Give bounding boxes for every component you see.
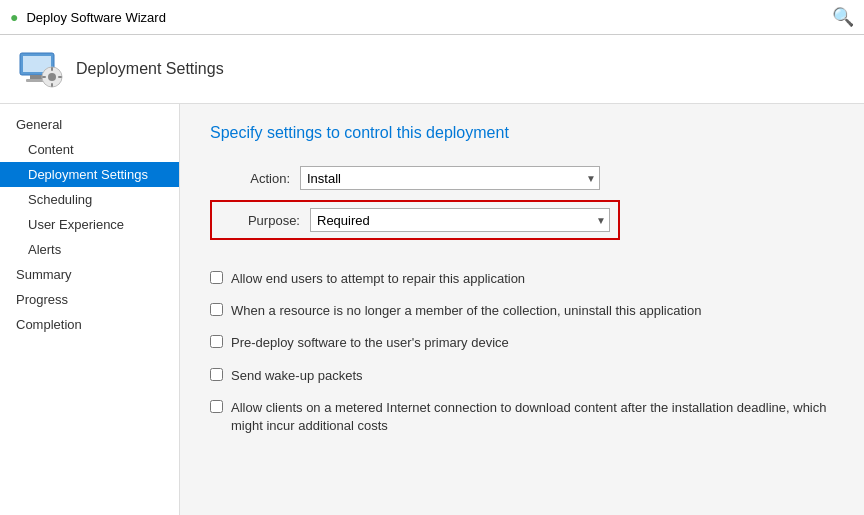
svg-point-5 [48, 73, 56, 81]
purpose-select[interactable]: Required Available [310, 208, 610, 232]
content-title: Specify settings to control this deploym… [210, 124, 834, 142]
checkbox-label-repair: Allow end users to attempt to repair thi… [231, 270, 525, 288]
title-bar-text: Deploy Software Wizard [26, 10, 165, 25]
sidebar-item-user-experience[interactable]: User Experience [0, 212, 179, 237]
purpose-label: Purpose: [220, 213, 310, 228]
checkbox-metered[interactable] [210, 400, 223, 413]
purpose-select-wrapper[interactable]: Required Available ▼ [310, 208, 610, 232]
checkbox-item-pre-deploy: Pre-deploy software to the user's primar… [210, 334, 834, 352]
svg-rect-9 [58, 76, 62, 78]
title-bar-green-dot: ● [10, 9, 18, 25]
main-layout: GeneralContentDeployment SettingsSchedul… [0, 104, 864, 515]
checkbox-item-metered: Allow clients on a metered Internet conn… [210, 399, 834, 435]
checkbox-item-repair: Allow end users to attempt to repair thi… [210, 270, 834, 288]
checkbox-wake-up[interactable] [210, 368, 223, 381]
checkbox-pre-deploy[interactable] [210, 335, 223, 348]
deployment-icon [16, 45, 64, 93]
action-select[interactable]: Install Uninstall [300, 166, 600, 190]
purpose-row: Purpose: Required Available ▼ [210, 200, 620, 240]
sidebar-item-deployment-settings[interactable]: Deployment Settings [0, 162, 179, 187]
action-select-wrapper[interactable]: Install Uninstall ▼ [300, 166, 600, 190]
svg-rect-7 [51, 83, 53, 87]
sidebar-item-progress[interactable]: Progress [0, 287, 179, 312]
action-label: Action: [210, 171, 300, 186]
svg-rect-6 [51, 67, 53, 71]
sidebar-item-general[interactable]: General [0, 112, 179, 137]
sidebar-item-summary[interactable]: Summary [0, 262, 179, 287]
sidebar-item-scheduling[interactable]: Scheduling [0, 187, 179, 212]
sidebar-item-alerts[interactable]: Alerts [0, 237, 179, 262]
sidebar-item-content[interactable]: Content [0, 137, 179, 162]
checkbox-repair[interactable] [210, 271, 223, 284]
content-area: Specify settings to control this deploym… [180, 104, 864, 515]
search-icon[interactable]: 🔍 [832, 6, 854, 28]
sidebar-item-completion[interactable]: Completion [0, 312, 179, 337]
checkbox-uninstall-resource[interactable] [210, 303, 223, 316]
checkbox-label-metered: Allow clients on a metered Internet conn… [231, 399, 834, 435]
checkboxes-section: Allow end users to attempt to repair thi… [210, 270, 834, 435]
svg-rect-8 [42, 76, 46, 78]
sidebar: GeneralContentDeployment SettingsSchedul… [0, 104, 180, 515]
checkbox-label-pre-deploy: Pre-deploy software to the user's primar… [231, 334, 509, 352]
header-title: Deployment Settings [76, 60, 224, 78]
checkbox-label-wake-up: Send wake-up packets [231, 367, 363, 385]
action-row: Action: Install Uninstall ▼ [210, 166, 834, 190]
title-bar: ● Deploy Software Wizard 🔍 [0, 0, 864, 35]
checkbox-item-uninstall-resource: When a resource is no longer a member of… [210, 302, 834, 320]
checkbox-item-wake-up: Send wake-up packets [210, 367, 834, 385]
header-section: Deployment Settings [0, 35, 864, 104]
checkbox-label-uninstall-resource: When a resource is no longer a member of… [231, 302, 701, 320]
